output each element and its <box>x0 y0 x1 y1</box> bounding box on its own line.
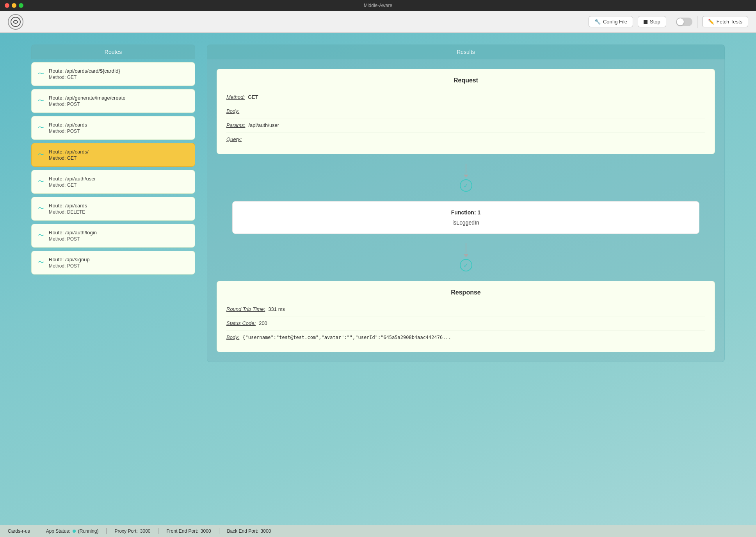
response-body-value: {"username":"test@test.com","avatar":"",… <box>242 335 451 340</box>
results-header: Results <box>207 45 725 59</box>
params-field: Params: /api/auth/user <box>226 118 705 132</box>
config-file-button[interactable]: 🔧 Config File <box>589 16 633 27</box>
round-trip-label: Round Trip Time: <box>226 306 265 312</box>
query-label: Query: <box>226 136 242 142</box>
toolbar-divider-1 <box>671 16 671 28</box>
route-icon-0: 〜 <box>38 70 44 78</box>
connector-1: ✓ <box>217 161 715 195</box>
fetch-tests-button[interactable]: ✏️ Fetch Tests <box>702 16 748 27</box>
results-panel: Results Request Method: GET Body: Params… <box>207 45 725 514</box>
close-button[interactable] <box>5 3 9 8</box>
toggle-knob <box>677 18 684 25</box>
front-end-port: Front End Port: 3000 <box>158 528 219 534</box>
route-card-6[interactable]: 〜 Route: /api/auth/login Method: POST <box>31 224 195 248</box>
back-end-port-value: 3000 <box>261 528 271 534</box>
route-text-0: Route: /api/cards/card/${cardId} Method:… <box>49 68 120 80</box>
stop-label: Stop <box>650 19 660 25</box>
round-trip-field: Round Trip Time: 331 ms <box>226 302 705 316</box>
route-path-6: Route: /api/auth/login <box>49 230 97 235</box>
back-end-port: Back End Port: 3000 <box>219 528 279 534</box>
route-icon-2: 〜 <box>38 124 44 132</box>
front-end-port-label: Front End Port: <box>166 528 198 534</box>
status-code-field: Status Code: 200 <box>226 316 705 330</box>
arrow-line-1 <box>466 164 466 173</box>
route-path-7: Route: /api/signup <box>49 257 90 262</box>
routes-header: Routes <box>31 45 195 59</box>
status-code-label: Status Code: <box>226 320 256 326</box>
route-method-2: Method: POST <box>49 128 87 134</box>
route-card-4[interactable]: 〜 Route: /api/auth/user Method: GET <box>31 170 195 194</box>
route-text-4: Route: /api/auth/user Method: GET <box>49 176 96 188</box>
route-card-7[interactable]: 〜 Route: /api/signup Method: POST <box>31 251 195 275</box>
function-title: Function: 1 <box>242 209 690 216</box>
body-label: Body: <box>226 108 239 114</box>
request-title: Request <box>226 77 705 84</box>
route-card-1[interactable]: 〜 Route: /api/generate/image/create Meth… <box>31 89 195 113</box>
routes-panel: Routes 〜 Route: /api/cards/card/${cardId… <box>31 45 195 514</box>
route-path-5: Route: /api/cards <box>49 203 87 209</box>
route-method-7: Method: POST <box>49 263 90 269</box>
connector-2: ✓ <box>217 240 715 275</box>
config-file-icon: 🔧 <box>594 19 601 25</box>
route-text-1: Route: /api/generate/image/create Method… <box>49 95 126 107</box>
route-path-0: Route: /api/cards/card/${cardId} <box>49 68 120 74</box>
route-card-0[interactable]: 〜 Route: /api/cards/card/${cardId} Metho… <box>31 62 195 86</box>
route-method-3: Method: GET <box>49 155 89 161</box>
toggle-switch[interactable] <box>676 18 692 26</box>
route-card-5[interactable]: 〜 Route: /api/cards Method: DELETE <box>31 197 195 221</box>
toolbar: 🔧 Config File Stop ✏️ Fetch Tests <box>0 11 756 33</box>
route-method-0: Method: GET <box>49 75 120 80</box>
arrow-line-2 <box>466 243 466 253</box>
app-name: Cards-r-us <box>8 528 38 534</box>
stop-button[interactable]: Stop <box>638 16 666 27</box>
window-title: Middle-Aware <box>364 3 392 8</box>
round-trip-value: 331 ms <box>268 306 285 312</box>
body-field: Body: <box>226 104 705 118</box>
svg-point-0 <box>11 17 20 27</box>
main-content: Routes 〜 Route: /api/cards/card/${cardId… <box>0 33 756 525</box>
route-method-4: Method: GET <box>49 182 96 188</box>
maximize-button[interactable] <box>19 3 23 8</box>
app-status: App Status: (Running) <box>38 528 107 534</box>
routes-list: 〜 Route: /api/cards/card/${cardId} Metho… <box>31 59 195 278</box>
toolbar-actions: 🔧 Config File Stop ✏️ Fetch Tests <box>589 16 748 28</box>
toolbar-divider-2 <box>697 16 697 28</box>
route-icon-1: 〜 <box>38 97 44 105</box>
method-field: Method: GET <box>226 90 705 104</box>
route-path-1: Route: /api/generate/image/create <box>49 95 126 101</box>
query-field: Query: <box>226 132 705 146</box>
route-card-3[interactable]: 〜 Route: /api/cards/ Method: GET <box>31 143 195 167</box>
route-path-4: Route: /api/auth/user <box>49 176 96 182</box>
function-name: isLoggedIn <box>242 219 690 226</box>
method-label: Method: <box>226 94 245 100</box>
function-card: Function: 1 isLoggedIn <box>232 201 699 234</box>
status-code-value: 200 <box>259 320 267 326</box>
route-text-3: Route: /api/cards/ Method: GET <box>49 149 89 161</box>
response-body-label: Body: <box>226 334 239 340</box>
route-icon-7: 〜 <box>38 259 44 267</box>
minimize-button[interactable] <box>12 3 16 8</box>
route-method-1: Method: POST <box>49 102 126 107</box>
titlebar: Middle-Aware <box>0 0 756 11</box>
front-end-port-value: 3000 <box>201 528 211 534</box>
route-text-2: Route: /api/cards Method: POST <box>49 122 87 134</box>
request-card: Request Method: GET Body: Params: /api/a… <box>217 69 715 154</box>
check-circle-1: ✓ <box>460 179 472 192</box>
back-end-port-label: Back End Port: <box>227 528 258 534</box>
stop-icon <box>644 20 647 24</box>
route-text-7: Route: /api/signup Method: POST <box>49 257 90 269</box>
fetch-tests-icon: ✏️ <box>708 19 714 25</box>
route-path-3: Route: /api/cards/ <box>49 149 89 155</box>
proxy-port: Proxy Port: 3000 <box>107 528 158 534</box>
route-method-5: Method: DELETE <box>49 209 87 215</box>
params-label: Params: <box>226 122 245 128</box>
response-body-field: Body: {"username":"test@test.com","avata… <box>226 330 705 344</box>
route-card-2[interactable]: 〜 Route: /api/cards Method: POST <box>31 116 195 140</box>
results-body: Request Method: GET Body: Params: /api/a… <box>207 59 725 362</box>
route-path-2: Route: /api/cards <box>49 122 87 128</box>
app-status-value: (Running) <box>78 528 99 534</box>
arrow-down-2 <box>464 254 468 257</box>
route-icon-4: 〜 <box>38 178 44 186</box>
app-logo <box>8 14 23 30</box>
status-dot <box>73 530 76 533</box>
